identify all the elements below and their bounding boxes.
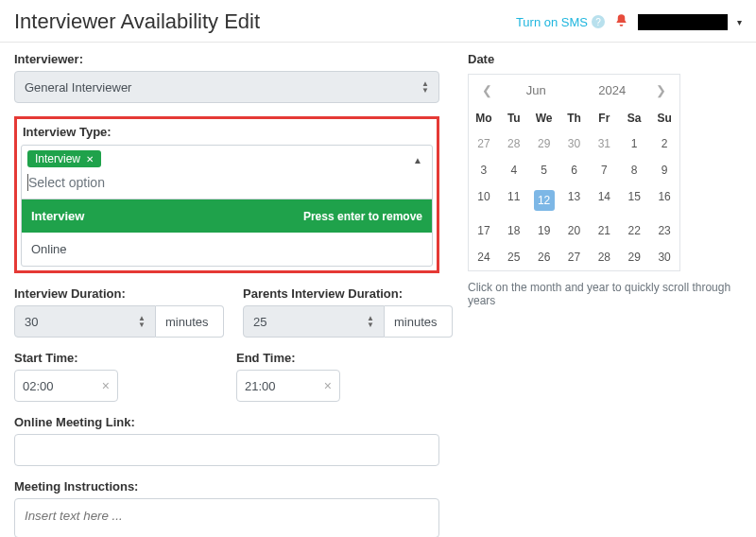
- close-icon[interactable]: ✕: [86, 154, 94, 165]
- calendar-day[interactable]: 9: [649, 157, 679, 183]
- calendar-day-prev[interactable]: 29: [529, 130, 559, 157]
- calendar-day[interactable]: 26: [529, 244, 559, 270]
- calendar-day-prev[interactable]: 28: [499, 130, 529, 157]
- page-header: Interviewer Availability Edit Turn on SM…: [0, 0, 756, 43]
- calendar-grid: MoTuWeThFrSaSu27282930311234567891011121…: [469, 106, 679, 270]
- dow-header: Fr: [589, 106, 619, 130]
- instructions-label: Meeting Instructions:: [14, 479, 439, 494]
- interviewer-label: Interviewer:: [14, 52, 439, 66]
- dow-header: Mo: [469, 106, 499, 130]
- start-time-label: Start Time:: [14, 351, 217, 365]
- year-select[interactable]: 2024: [575, 83, 651, 97]
- calendar-day[interactable]: 17: [469, 217, 499, 244]
- duration-label: Interview Duration:: [14, 286, 224, 301]
- calendar: ❮ Jun 2024 ❯ MoTuWeThFrSaSu2728293031123…: [468, 74, 680, 271]
- calendar-day[interactable]: 2: [649, 130, 679, 157]
- calendar-day[interactable]: 19: [529, 217, 559, 244]
- calendar-day[interactable]: 24: [469, 244, 499, 270]
- instructions-textarea[interactable]: [14, 498, 439, 537]
- calendar-day[interactable]: 7: [589, 157, 619, 183]
- option-interview[interactable]: Interview Press enter to remove: [22, 199, 432, 233]
- updown-icon: ▲▼: [421, 80, 429, 94]
- calendar-day[interactable]: 3: [469, 157, 499, 183]
- notification-bell-icon[interactable]: [614, 13, 628, 31]
- start-time-input[interactable]: 02:00 ×: [14, 370, 118, 402]
- page-title: Interviewer Availability Edit: [14, 9, 260, 34]
- chevron-down-icon[interactable]: ▾: [737, 17, 742, 27]
- interview-type-search-input[interactable]: [27, 174, 426, 191]
- updown-icon: ▲▼: [367, 315, 374, 328]
- clear-icon[interactable]: ×: [102, 378, 110, 393]
- header-actions: Turn on SMS ? ▾: [516, 13, 742, 31]
- calendar-day[interactable]: 27: [559, 244, 590, 270]
- calendar-day[interactable]: 6: [559, 157, 590, 183]
- calendar-day[interactable]: 5: [529, 157, 559, 183]
- date-label: Date: [468, 52, 742, 66]
- dow-header: Su: [649, 106, 679, 130]
- dow-header: We: [529, 106, 559, 130]
- option-online[interactable]: Online: [22, 233, 432, 266]
- month-select[interactable]: Jun: [498, 83, 575, 97]
- calendar-day[interactable]: 13: [559, 183, 590, 217]
- prev-month-icon[interactable]: ❮: [476, 83, 498, 97]
- duration-select[interactable]: 30 ▲▼: [14, 305, 156, 338]
- calendar-day[interactable]: 23: [649, 217, 679, 244]
- interview-type-highlight: Interview Type: Interview ✕ ▲ Interview …: [14, 116, 439, 273]
- calendar-help-text: Click on the month and year to quickly s…: [468, 281, 742, 307]
- calendar-day[interactable]: 30: [649, 244, 679, 270]
- calendar-day[interactable]: 15: [619, 183, 649, 217]
- interview-type-options: Interview Press enter to remove Online: [22, 199, 432, 266]
- meeting-link-label: Online Meeting Link:: [14, 415, 439, 429]
- calendar-day[interactable]: 22: [619, 217, 649, 244]
- clear-icon[interactable]: ×: [324, 378, 332, 393]
- calendar-day[interactable]: 10: [469, 183, 499, 217]
- interview-type-multiselect[interactable]: Interview ✕ ▲ Interview Press enter to r…: [21, 145, 433, 267]
- dow-header: Th: [559, 106, 590, 130]
- calendar-day[interactable]: 16: [649, 183, 679, 217]
- chip-interview[interactable]: Interview ✕: [27, 150, 101, 167]
- calendar-day[interactable]: 12: [529, 183, 559, 217]
- updown-icon: ▲▼: [138, 315, 146, 328]
- user-menu[interactable]: [638, 14, 728, 30]
- end-time-input[interactable]: 21:00 ×: [236, 370, 340, 402]
- calendar-day-prev[interactable]: 31: [589, 130, 619, 157]
- dow-header: Tu: [499, 106, 529, 130]
- calendar-day[interactable]: 1: [619, 130, 649, 157]
- calendar-day-prev[interactable]: 27: [469, 130, 499, 157]
- meeting-link-input[interactable]: [14, 434, 439, 466]
- turn-on-sms-link[interactable]: Turn on SMS ?: [516, 15, 605, 29]
- parent-duration-select[interactable]: 25 ▲▼: [243, 305, 385, 338]
- end-time-label: End Time:: [236, 351, 439, 365]
- next-month-icon[interactable]: ❯: [650, 83, 672, 97]
- parent-duration-label: Parents Interview Duration:: [243, 286, 453, 301]
- help-icon[interactable]: ?: [592, 15, 605, 28]
- chevron-up-icon[interactable]: ▲: [413, 155, 422, 165]
- duration-unit: minutes: [156, 305, 224, 338]
- interview-type-label: Interview Type:: [23, 125, 433, 139]
- calendar-day[interactable]: 8: [619, 157, 649, 183]
- calendar-day[interactable]: 4: [499, 157, 529, 183]
- calendar-day[interactable]: 28: [589, 244, 619, 270]
- calendar-day-prev[interactable]: 30: [559, 130, 590, 157]
- interviewer-select[interactable]: General Interviewer ▲▼: [14, 71, 439, 103]
- dow-header: Sa: [619, 106, 649, 130]
- calendar-day[interactable]: 14: [589, 183, 619, 217]
- calendar-day[interactable]: 21: [589, 217, 619, 244]
- calendar-day[interactable]: 25: [499, 244, 529, 270]
- parent-duration-unit: minutes: [385, 305, 453, 338]
- calendar-day[interactable]: 29: [619, 244, 649, 270]
- calendar-day[interactable]: 20: [559, 217, 590, 244]
- calendar-day[interactable]: 11: [499, 183, 529, 217]
- calendar-day[interactable]: 18: [499, 217, 529, 244]
